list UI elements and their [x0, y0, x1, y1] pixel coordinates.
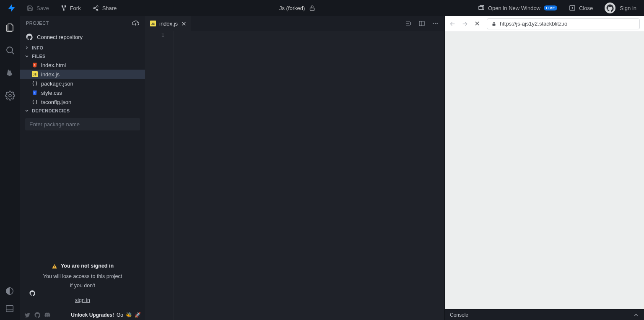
preview-pane: https://js-ajs1y2.stackblitz.io Console: [444, 16, 644, 320]
section-files-label: FILES: [32, 54, 46, 59]
close-tab-icon[interactable]: [181, 21, 187, 26]
svg-point-29: [433, 23, 434, 24]
not-signed-in-line1: You will lose access to this project: [27, 272, 138, 281]
twitter-icon[interactable]: [24, 312, 30, 318]
format-icon[interactable]: [405, 20, 412, 27]
preview-body[interactable]: [445, 32, 644, 309]
svg-point-4: [93, 7, 95, 8]
stackblitz-logo-icon[interactable]: [7, 3, 17, 13]
svg-point-30: [435, 23, 436, 24]
github-icon[interactable]: [34, 312, 40, 318]
svg-point-31: [436, 23, 437, 24]
svg-rect-21: [54, 265, 55, 267]
dependency-input[interactable]: [25, 118, 140, 130]
connect-repository-button[interactable]: Connect repository: [20, 30, 145, 44]
terminal-panel-icon[interactable]: [5, 304, 15, 314]
svg-point-5: [96, 9, 98, 10]
preview-toolbar: https://js-ajs1y2.stackblitz.io: [445, 16, 644, 32]
go-label: Go: [117, 312, 123, 318]
more-actions-icon[interactable]: [432, 20, 439, 27]
open-new-window-button[interactable]: Open in New Window LIVE: [472, 0, 563, 16]
beehive-icon: 🐝: [126, 312, 132, 318]
sign-in-link[interactable]: sign in: [75, 297, 90, 303]
back-icon[interactable]: [449, 21, 456, 27]
save-button[interactable]: Save: [21, 0, 55, 16]
svg-rect-9: [479, 6, 483, 10]
forward-icon[interactable]: [462, 21, 468, 27]
close-button[interactable]: Close: [563, 0, 599, 16]
svg-rect-15: [6, 306, 13, 312]
svg-line-12: [12, 52, 14, 54]
html-file-icon: 5: [32, 62, 38, 68]
firebase-icon[interactable]: [5, 68, 15, 78]
js-file-icon: JS: [150, 21, 156, 26]
not-signed-in-title: You are not signed in: [61, 262, 114, 271]
github-icon: [29, 290, 35, 296]
fork-button[interactable]: Fork: [55, 0, 87, 16]
windows-icon: [478, 5, 485, 11]
live-badge: LIVE: [544, 5, 557, 10]
theme-toggle-icon[interactable]: [5, 286, 15, 297]
code-body[interactable]: [174, 31, 444, 320]
file-row[interactable]: 5 index.html: [20, 60, 145, 70]
sidebar-header-label: PROJECT: [26, 21, 49, 26]
line-number: 1: [145, 31, 164, 38]
svg-line-7: [95, 8, 97, 10]
svg-text:JS: JS: [33, 73, 37, 76]
console-bar[interactable]: Console: [445, 309, 644, 320]
search-icon[interactable]: [5, 45, 15, 55]
project-title[interactable]: Js (forked): [279, 5, 315, 11]
file-row[interactable]: 3 style.css: [20, 88, 145, 97]
svg-point-2: [63, 9, 64, 10]
code-editor[interactable]: 1: [145, 31, 444, 320]
svg-text:5: 5: [34, 64, 36, 66]
cloud-download-icon[interactable]: [132, 19, 139, 27]
preview-url-bar[interactable]: https://js-ajs1y2.stackblitz.io: [487, 18, 640, 29]
section-dependencies[interactable]: DEPENDENCIES: [20, 107, 145, 115]
lock-icon: [491, 21, 496, 26]
section-info-label: INFO: [32, 45, 43, 50]
section-files[interactable]: FILES: [20, 52, 145, 60]
explorer-icon[interactable]: [5, 23, 15, 33]
svg-point-0: [62, 5, 63, 7]
tab-bar: JS index.js: [145, 16, 444, 31]
save-label: Save: [36, 5, 49, 11]
chevron-right-icon: [24, 45, 29, 50]
svg-point-11: [7, 47, 13, 53]
js-file-icon: JS: [32, 71, 38, 77]
file-name: index.html: [41, 62, 66, 68]
activity-bar: [0, 16, 20, 320]
file-name: tsconfig.json: [41, 99, 71, 105]
sign-in-button[interactable]: Sign in: [599, 0, 639, 16]
sign-in-label: Sign in: [620, 5, 636, 11]
svg-point-3: [96, 5, 98, 7]
share-button[interactable]: Share: [87, 0, 123, 16]
section-info[interactable]: INFO: [20, 44, 145, 52]
file-row[interactable]: tsconfig.json: [20, 97, 145, 107]
section-dependencies-label: DEPENDENCIES: [32, 108, 70, 113]
chevron-up-icon: [633, 312, 639, 318]
file-row[interactable]: package.json: [20, 79, 145, 88]
fork-label: Fork: [70, 5, 81, 11]
close-preview-icon[interactable]: [474, 21, 481, 27]
svg-rect-22: [54, 268, 55, 268]
tab-index-js[interactable]: JS index.js: [145, 16, 191, 31]
open-new-window-label: Open in New Window: [488, 5, 540, 11]
github-icon: [26, 34, 33, 40]
warning-triangle-icon: [52, 263, 57, 269]
split-editor-icon[interactable]: [418, 20, 425, 27]
svg-point-1: [65, 5, 66, 7]
file-name: package.json: [41, 81, 73, 87]
rocket-icon: 🚀: [135, 312, 141, 318]
sidebar: PROJECT Connect repository INFO FILES 5 …: [20, 16, 145, 320]
unlock-icon: [309, 5, 315, 11]
unlock-upgrades-button[interactable]: Unlock Upgrades! Go 🐝 🚀: [71, 312, 141, 318]
share-label: Share: [102, 5, 117, 11]
file-row[interactable]: JS index.js: [20, 70, 145, 79]
discord-icon[interactable]: [44, 312, 50, 318]
svg-line-6: [95, 6, 97, 8]
chevron-down-icon: [24, 108, 29, 113]
line-gutter: 1: [145, 31, 174, 320]
settings-gear-icon[interactable]: [5, 91, 15, 101]
github-avatar-icon: [605, 3, 615, 13]
